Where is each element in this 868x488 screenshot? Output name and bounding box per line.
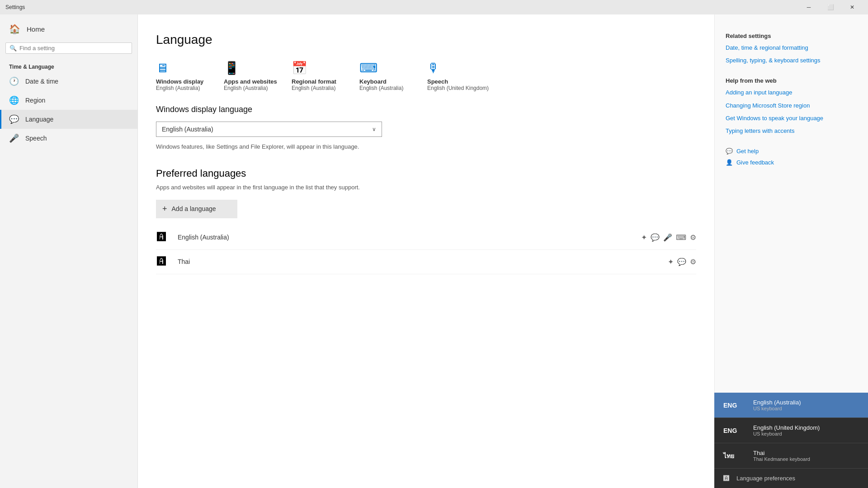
keyboard-icon: ⌨ [359, 61, 414, 75]
lang-pref-label: Language preferences [736, 475, 795, 482]
windows-display-value: English (Australia) [156, 85, 210, 91]
title-bar: Settings ─ ⬜ ✕ [0, 0, 868, 14]
eng-au-name: English (Australia) [178, 234, 636, 241]
sidebar-item-speech[interactable]: 🎤 Speech [0, 129, 137, 148]
lang-popup-preferences[interactable]: 🅰 Language preferences [714, 469, 868, 488]
sidebar-item-region[interactable]: 🌐 Region [0, 91, 137, 110]
get-windows-language-link[interactable]: Get Windows to speak your language [726, 114, 857, 122]
chat-icon[interactable]: 💬 [651, 233, 660, 242]
home-label: Home [27, 25, 45, 33]
feedback-icon: 👤 [726, 159, 733, 166]
search-input[interactable] [19, 45, 128, 52]
windows-display-title: Windows display [156, 78, 210, 85]
info-cards: 🖥 Windows display English (Australia) 📱 … [156, 61, 696, 91]
lang-keyboard-eng-au: US keyboard [753, 406, 801, 411]
close-button[interactable]: ✕ [842, 0, 863, 14]
display-language-desc: Windows features, like Settings and File… [156, 142, 382, 151]
typing-accents-link[interactable]: Typing letters with accents [726, 127, 857, 135]
date-time-icon: 🕐 [9, 76, 19, 86]
language-popup: ENG English (Australia) US keyboard ENG … [714, 393, 868, 488]
region-icon: 🌐 [9, 95, 19, 105]
related-settings-heading: Related settings [726, 33, 857, 39]
thai-name: Thai [178, 258, 662, 265]
regional-value: English (Australia) [292, 85, 346, 91]
info-card-windows-display: 🖥 Windows display English (Australia) [156, 61, 210, 91]
speech-card-icon: 🎙 [427, 61, 489, 75]
lang-keyboard-thai: Thai Kedmanee keyboard [753, 456, 810, 462]
search-icon: 🔍 [9, 45, 17, 52]
home-icon: 🏠 [9, 23, 20, 34]
lang-name-eng-uk: English (United Kingdom) [753, 424, 820, 431]
add-language-button[interactable]: + Add a language [156, 200, 237, 218]
add-language-label: Add a language [172, 205, 216, 212]
date-time-regional-link[interactable]: Date, time & regional formatting [726, 44, 857, 52]
preferred-desc: Apps and websites will appear in the fir… [156, 184, 696, 191]
chat-icon-thai[interactable]: 💬 [677, 258, 686, 266]
sidebar-section-title: Time & Language [0, 60, 137, 72]
actions-section: 💬 Get help 👤 Give feedback [726, 148, 857, 166]
info-card-regional: 📅 Regional format English (Australia) [292, 61, 346, 91]
text-icon[interactable]: ✦ [641, 233, 647, 242]
spelling-typing-link[interactable]: Spelling, typing, & keyboard settings [726, 56, 857, 65]
lang-popup-item-thai[interactable]: ไทย Thai Thai Kedmanee keyboard [714, 443, 868, 469]
lang-name-thai: Thai [753, 450, 810, 456]
speech-icon: 🎤 [9, 133, 19, 143]
gear-icon[interactable]: ⚙ [690, 233, 696, 242]
dropdown-arrow-icon: ∨ [372, 126, 376, 132]
sidebar-label-region: Region [25, 97, 45, 104]
changing-store-region-link[interactable]: Changing Microsoft Store region [726, 102, 857, 110]
lang-info-eng-uk: English (United Kingdom) US keyboard [753, 424, 820, 436]
lang-popup-item-eng-au[interactable]: ENG English (Australia) US keyboard [714, 393, 868, 418]
page-title: Language [156, 33, 696, 47]
minimize-button[interactable]: ─ [798, 0, 819, 14]
app-title: Settings [5, 4, 798, 10]
window-controls: ─ ⬜ ✕ [798, 0, 863, 14]
sidebar-label-language: Language [25, 116, 53, 123]
windows-display-icon: 🖥 [156, 61, 210, 75]
display-language-dropdown[interactable]: English (Australia) ∨ [156, 122, 382, 137]
sidebar-item-language[interactable]: 💬 Language [0, 110, 137, 129]
list-item: 🅰 English (Australia) ✦ 💬 🎤 ⌨ ⚙ [156, 225, 696, 250]
lang-code-thai: ไทย [723, 451, 746, 461]
lang-info-thai: Thai Thai Kedmanee keyboard [753, 450, 810, 462]
apps-icon: 📱 [224, 61, 278, 75]
help-heading: Help from the web [726, 77, 857, 84]
eng-au-flag-icon: 🅰 [156, 230, 172, 245]
info-card-speech: 🎙 Speech English (United Kingdom) [427, 61, 489, 91]
lang-info-eng-au: English (Australia) US keyboard [753, 399, 801, 411]
adding-input-language-link[interactable]: Adding an input language [726, 89, 857, 97]
sidebar-home[interactable]: 🏠 Home [0, 18, 137, 40]
lang-pref-icon: 🅰 [723, 475, 729, 482]
language-icon: 💬 [9, 114, 19, 124]
speech-card-value: English (United Kingdom) [427, 85, 489, 91]
keyboard-title: Keyboard [359, 78, 414, 85]
maximize-button[interactable]: ⬜ [820, 0, 841, 14]
apps-title: Apps and websites [224, 78, 278, 85]
sidebar-item-date-time[interactable]: 🕐 Date & time [0, 72, 137, 91]
list-item: 🅰 Thai ✦ 💬 ⚙ [156, 250, 696, 274]
main-content: Language 🖥 Windows display English (Aust… [138, 14, 714, 488]
language-list: 🅰 English (Australia) ✦ 💬 🎤 ⌨ ⚙ 🅰 [156, 225, 696, 274]
get-help-icon: 💬 [726, 148, 733, 155]
related-settings-section: Related settings Date, time & regional f… [726, 33, 857, 65]
mic-icon[interactable]: 🎤 [663, 233, 672, 242]
svg-text:🅰: 🅰 [157, 232, 166, 242]
eng-au-icons: ✦ 💬 🎤 ⌨ ⚙ [641, 233, 696, 242]
apps-value: English (Australia) [224, 85, 278, 91]
plus-icon: + [162, 204, 167, 214]
regional-icon: 📅 [292, 61, 346, 75]
give-feedback-action[interactable]: 👤 Give feedback [726, 159, 857, 166]
text-icon-thai[interactable]: ✦ [668, 258, 674, 266]
keyboard-value: English (Australia) [359, 85, 414, 91]
give-feedback-label: Give feedback [736, 159, 774, 166]
svg-text:🅰: 🅰 [157, 256, 166, 266]
search-box[interactable]: 🔍 [5, 42, 132, 54]
lang-code-eng-au: ENG [723, 402, 746, 409]
lang-popup-item-eng-uk[interactable]: ENG English (United Kingdom) US keyboard [714, 418, 868, 443]
gear-icon-thai[interactable]: ⚙ [690, 258, 696, 266]
info-card-keyboard: ⌨ Keyboard English (Australia) [359, 61, 414, 91]
lang-code-eng-uk: ENG [723, 427, 746, 434]
get-help-action[interactable]: 💬 Get help [726, 148, 857, 155]
type-icon[interactable]: ⌨ [676, 233, 686, 242]
sidebar-label-date-time: Date & time [25, 78, 58, 85]
